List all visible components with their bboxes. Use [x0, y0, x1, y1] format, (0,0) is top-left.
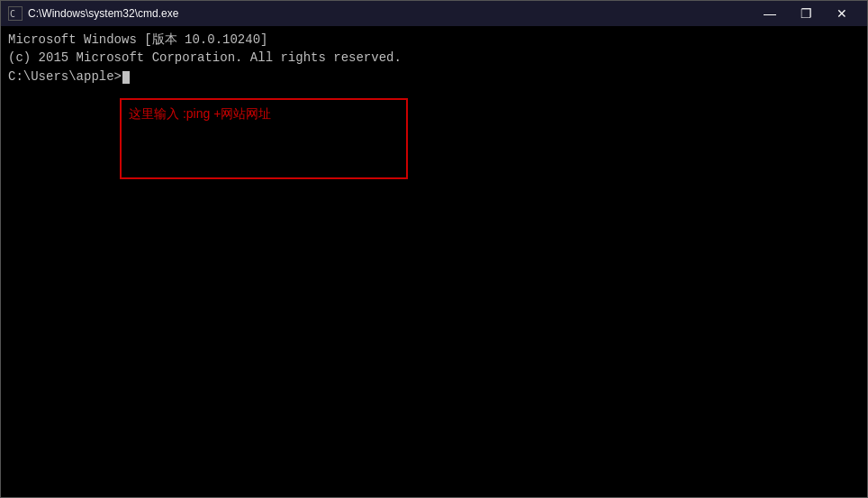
prompt-text: C:\Users\apple>: [8, 68, 122, 86]
title-bar: C C:\Windows\system32\cmd.exe — ❐ ✕: [1, 1, 867, 26]
terminal-body[interactable]: Microsoft Windows [版本 10.0.10240] (c) 20…: [1, 26, 867, 497]
title-bar-left: C C:\Windows\system32\cmd.exe: [8, 6, 178, 21]
svg-text:C: C: [10, 9, 15, 19]
cmd-icon: C: [8, 6, 23, 21]
minimize-button[interactable]: —: [752, 1, 788, 26]
restore-button[interactable]: ❐: [788, 1, 824, 26]
prompt-line: C:\Users\apple>: [8, 68, 860, 86]
terminal-line-2: (c) 2015 Microsoft Corporation. All righ…: [8, 50, 860, 68]
cursor: [122, 71, 130, 84]
annotation-box: 这里输入 :ping +网站网址: [120, 98, 408, 179]
cmd-window: C C:\Windows\system32\cmd.exe — ❐ ✕ Micr…: [0, 0, 868, 498]
annotation-text: 这里输入 :ping +网站网址: [129, 105, 271, 123]
window-title: C:\Windows\system32\cmd.exe: [28, 7, 178, 20]
window-controls: — ❐ ✕: [752, 1, 860, 26]
terminal-line-1: Microsoft Windows [版本 10.0.10240]: [8, 32, 860, 50]
close-button[interactable]: ✕: [824, 1, 860, 26]
